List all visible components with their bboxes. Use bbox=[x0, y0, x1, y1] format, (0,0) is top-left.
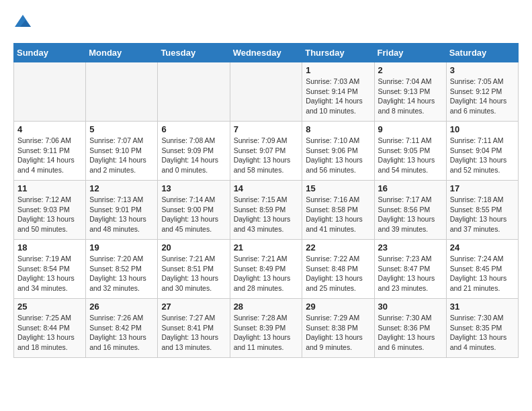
day-number: 20 bbox=[161, 242, 226, 253]
calendar-table: SundayMondayTuesdayWednesdayThursdayFrid… bbox=[13, 43, 519, 358]
day-info: Sunrise: 7:30 AM Sunset: 8:36 PM Dayligh… bbox=[378, 313, 443, 353]
day-number: 1 bbox=[306, 65, 370, 75]
weekday-header-sunday: Sunday bbox=[14, 44, 86, 62]
calendar-cell: 4Sunrise: 7:06 AM Sunset: 9:11 PM Daylig… bbox=[14, 122, 86, 181]
day-info: Sunrise: 7:04 AM Sunset: 9:13 PM Dayligh… bbox=[378, 77, 443, 116]
calendar-cell: 25Sunrise: 7:25 AM Sunset: 8:44 PM Dayli… bbox=[14, 299, 86, 358]
day-info: Sunrise: 7:10 AM Sunset: 9:06 PM Dayligh… bbox=[306, 136, 370, 175]
calendar-cell: 1Sunrise: 7:03 AM Sunset: 9:14 PM Daylig… bbox=[302, 62, 374, 122]
week-row-2: 4Sunrise: 7:06 AM Sunset: 9:11 PM Daylig… bbox=[14, 122, 519, 181]
day-info: Sunrise: 7:06 AM Sunset: 9:11 PM Dayligh… bbox=[17, 136, 82, 175]
day-number: 16 bbox=[378, 183, 443, 193]
day-number: 23 bbox=[378, 242, 443, 253]
day-number: 21 bbox=[234, 242, 299, 253]
day-number: 22 bbox=[306, 242, 370, 253]
day-info: Sunrise: 7:26 AM Sunset: 8:42 PM Dayligh… bbox=[89, 313, 154, 353]
day-info: Sunrise: 7:28 AM Sunset: 8:39 PM Dayligh… bbox=[234, 313, 299, 353]
day-number: 5 bbox=[89, 124, 154, 134]
day-info: Sunrise: 7:11 AM Sunset: 9:05 PM Dayligh… bbox=[378, 136, 443, 175]
day-info: Sunrise: 7:08 AM Sunset: 9:09 PM Dayligh… bbox=[161, 136, 226, 175]
day-number: 19 bbox=[89, 242, 154, 253]
day-info: Sunrise: 7:21 AM Sunset: 8:51 PM Dayligh… bbox=[161, 254, 226, 293]
day-number: 26 bbox=[89, 302, 154, 312]
calendar-cell: 16Sunrise: 7:17 AM Sunset: 8:56 PM Dayli… bbox=[374, 181, 446, 240]
day-number: 30 bbox=[378, 302, 443, 312]
logo-icon bbox=[13, 13, 32, 32]
calendar-cell: 15Sunrise: 7:16 AM Sunset: 8:58 PM Dayli… bbox=[302, 181, 374, 240]
weekday-header-wednesday: Wednesday bbox=[230, 44, 302, 62]
calendar-cell bbox=[158, 62, 230, 122]
calendar-cell: 24Sunrise: 7:24 AM Sunset: 8:45 PM Dayli… bbox=[446, 240, 518, 299]
calendar-cell: 21Sunrise: 7:21 AM Sunset: 8:49 PM Dayli… bbox=[230, 240, 302, 299]
week-row-3: 11Sunrise: 7:12 AM Sunset: 9:03 PM Dayli… bbox=[14, 181, 519, 240]
calendar-cell: 28Sunrise: 7:28 AM Sunset: 8:39 PM Dayli… bbox=[230, 299, 302, 358]
day-info: Sunrise: 7:20 AM Sunset: 8:52 PM Dayligh… bbox=[89, 254, 154, 293]
day-info: Sunrise: 7:07 AM Sunset: 9:10 PM Dayligh… bbox=[89, 136, 154, 175]
day-number: 11 bbox=[17, 183, 82, 193]
day-info: Sunrise: 7:05 AM Sunset: 9:12 PM Dayligh… bbox=[450, 77, 515, 116]
day-info: Sunrise: 7:15 AM Sunset: 8:59 PM Dayligh… bbox=[234, 195, 299, 234]
weekday-header-row: SundayMondayTuesdayWednesdayThursdayFrid… bbox=[14, 44, 519, 62]
day-number: 13 bbox=[161, 183, 226, 193]
day-number: 4 bbox=[17, 124, 82, 134]
page-header bbox=[13, 13, 519, 32]
day-number: 27 bbox=[161, 302, 226, 312]
weekday-header-saturday: Saturday bbox=[446, 44, 518, 62]
calendar-cell: 13Sunrise: 7:14 AM Sunset: 9:00 PM Dayli… bbox=[158, 181, 230, 240]
day-number: 12 bbox=[89, 183, 154, 193]
calendar-cell bbox=[230, 62, 302, 122]
logo bbox=[13, 13, 35, 32]
calendar-cell: 30Sunrise: 7:30 AM Sunset: 8:36 PM Dayli… bbox=[374, 299, 446, 358]
day-info: Sunrise: 7:30 AM Sunset: 8:35 PM Dayligh… bbox=[450, 313, 515, 353]
calendar-cell bbox=[14, 62, 86, 122]
calendar-cell: 3Sunrise: 7:05 AM Sunset: 9:12 PM Daylig… bbox=[446, 62, 518, 122]
calendar-cell: 14Sunrise: 7:15 AM Sunset: 8:59 PM Dayli… bbox=[230, 181, 302, 240]
day-info: Sunrise: 7:11 AM Sunset: 9:04 PM Dayligh… bbox=[450, 136, 515, 175]
day-info: Sunrise: 7:27 AM Sunset: 8:41 PM Dayligh… bbox=[161, 313, 226, 353]
day-number: 8 bbox=[306, 124, 370, 134]
calendar-cell: 5Sunrise: 7:07 AM Sunset: 9:10 PM Daylig… bbox=[86, 122, 158, 181]
calendar-cell: 20Sunrise: 7:21 AM Sunset: 8:51 PM Dayli… bbox=[158, 240, 230, 299]
calendar-cell: 18Sunrise: 7:19 AM Sunset: 8:54 PM Dayli… bbox=[14, 240, 86, 299]
calendar-cell: 6Sunrise: 7:08 AM Sunset: 9:09 PM Daylig… bbox=[158, 122, 230, 181]
day-number: 6 bbox=[161, 124, 226, 134]
day-info: Sunrise: 7:18 AM Sunset: 8:55 PM Dayligh… bbox=[450, 195, 515, 234]
day-info: Sunrise: 7:14 AM Sunset: 9:00 PM Dayligh… bbox=[161, 195, 226, 234]
week-row-4: 18Sunrise: 7:19 AM Sunset: 8:54 PM Dayli… bbox=[14, 240, 519, 299]
day-number: 29 bbox=[306, 302, 370, 312]
day-number: 2 bbox=[378, 65, 443, 75]
calendar-cell: 22Sunrise: 7:22 AM Sunset: 8:48 PM Dayli… bbox=[302, 240, 374, 299]
day-number: 24 bbox=[450, 242, 515, 253]
weekday-header-thursday: Thursday bbox=[302, 44, 374, 62]
calendar-cell: 11Sunrise: 7:12 AM Sunset: 9:03 PM Dayli… bbox=[14, 181, 86, 240]
day-number: 31 bbox=[450, 302, 515, 312]
day-info: Sunrise: 7:25 AM Sunset: 8:44 PM Dayligh… bbox=[17, 313, 82, 353]
day-info: Sunrise: 7:16 AM Sunset: 8:58 PM Dayligh… bbox=[306, 195, 370, 234]
day-number: 15 bbox=[306, 183, 370, 193]
day-number: 18 bbox=[17, 242, 82, 253]
calendar-cell: 7Sunrise: 7:09 AM Sunset: 9:07 PM Daylig… bbox=[230, 122, 302, 181]
day-number: 3 bbox=[450, 65, 515, 75]
day-info: Sunrise: 7:29 AM Sunset: 8:38 PM Dayligh… bbox=[306, 313, 370, 353]
week-row-5: 25Sunrise: 7:25 AM Sunset: 8:44 PM Dayli… bbox=[14, 299, 519, 358]
day-number: 14 bbox=[234, 183, 299, 193]
day-number: 10 bbox=[450, 124, 515, 134]
calendar-cell: 9Sunrise: 7:11 AM Sunset: 9:05 PM Daylig… bbox=[374, 122, 446, 181]
calendar-cell: 8Sunrise: 7:10 AM Sunset: 9:06 PM Daylig… bbox=[302, 122, 374, 181]
day-info: Sunrise: 7:24 AM Sunset: 8:45 PM Dayligh… bbox=[450, 254, 515, 293]
calendar-cell: 26Sunrise: 7:26 AM Sunset: 8:42 PM Dayli… bbox=[86, 299, 158, 358]
day-info: Sunrise: 7:13 AM Sunset: 9:01 PM Dayligh… bbox=[89, 195, 154, 234]
calendar-cell: 29Sunrise: 7:29 AM Sunset: 8:38 PM Dayli… bbox=[302, 299, 374, 358]
calendar-cell: 2Sunrise: 7:04 AM Sunset: 9:13 PM Daylig… bbox=[374, 62, 446, 122]
day-info: Sunrise: 7:23 AM Sunset: 8:47 PM Dayligh… bbox=[378, 254, 443, 293]
calendar-cell bbox=[86, 62, 158, 122]
weekday-header-monday: Monday bbox=[86, 44, 158, 62]
calendar-cell: 10Sunrise: 7:11 AM Sunset: 9:04 PM Dayli… bbox=[446, 122, 518, 181]
calendar-cell: 12Sunrise: 7:13 AM Sunset: 9:01 PM Dayli… bbox=[86, 181, 158, 240]
calendar-cell: 31Sunrise: 7:30 AM Sunset: 8:35 PM Dayli… bbox=[446, 299, 518, 358]
calendar-cell: 23Sunrise: 7:23 AM Sunset: 8:47 PM Dayli… bbox=[374, 240, 446, 299]
day-info: Sunrise: 7:03 AM Sunset: 9:14 PM Dayligh… bbox=[306, 77, 370, 116]
week-row-1: 1Sunrise: 7:03 AM Sunset: 9:14 PM Daylig… bbox=[14, 62, 519, 122]
calendar-cell: 19Sunrise: 7:20 AM Sunset: 8:52 PM Dayli… bbox=[86, 240, 158, 299]
day-number: 17 bbox=[450, 183, 515, 193]
